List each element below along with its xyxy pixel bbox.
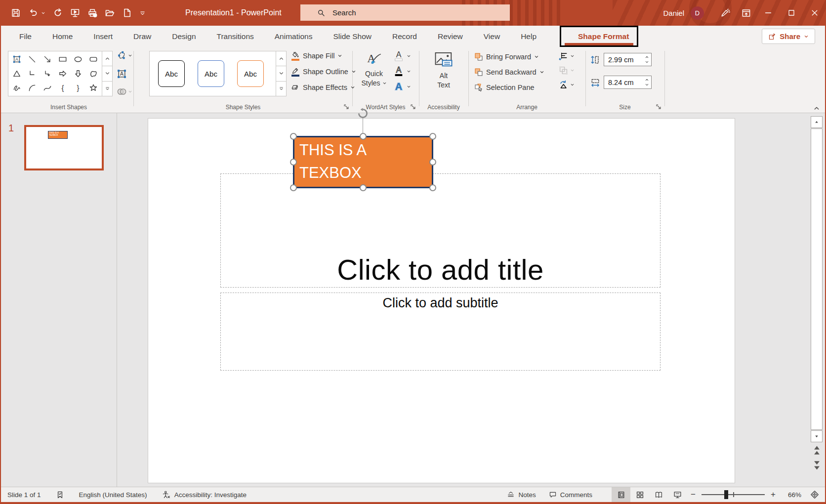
elbow-connector-icon[interactable] xyxy=(24,66,40,81)
resize-handle-s[interactable] xyxy=(360,184,367,191)
title-placeholder[interactable]: Click to add title xyxy=(220,173,661,288)
rotate-button[interactable] xyxy=(559,80,575,89)
tab-home[interactable]: Home xyxy=(42,26,83,47)
edit-shape-button[interactable] xyxy=(117,50,132,61)
style-preset-1[interactable]: Abc xyxy=(158,60,185,87)
wordart-styles-dialog-launcher[interactable] xyxy=(410,103,416,110)
reading-view-button[interactable] xyxy=(649,487,668,503)
slide[interactable]: Click to add title Click to add subtitle… xyxy=(148,119,735,483)
right-brace-icon[interactable]: } xyxy=(71,81,86,95)
right-arrow-icon[interactable] xyxy=(55,66,70,81)
comments-button[interactable]: Comments xyxy=(542,487,599,503)
fit-slide-button[interactable] xyxy=(806,487,823,503)
zoom-slider-thumb[interactable] xyxy=(724,490,728,499)
accessibility-status[interactable]: Accessibility: Investigate xyxy=(162,491,247,499)
text-fill-button[interactable]: A xyxy=(393,49,411,62)
group-objects-button[interactable] xyxy=(559,66,575,75)
height-increase[interactable] xyxy=(645,55,649,59)
isosceles-triangle-icon[interactable] xyxy=(9,66,24,81)
zoom-slider[interactable] xyxy=(702,494,765,495)
tab-insert[interactable]: Insert xyxy=(83,26,123,47)
scrollbar-thumb[interactable] xyxy=(811,128,823,430)
scroll-down-button[interactable] xyxy=(811,430,823,442)
tab-record[interactable]: Record xyxy=(382,26,427,47)
gallery-more-button[interactable] xyxy=(102,81,112,96)
tab-slide-show[interactable]: Slide Show xyxy=(323,26,382,47)
ribbon-display-options-button[interactable] xyxy=(736,0,756,26)
resize-handle-n[interactable] xyxy=(360,133,367,140)
resize-handle-se[interactable] xyxy=(429,184,436,191)
height-decrease[interactable] xyxy=(645,60,649,64)
text-box-button[interactable]: A xyxy=(117,69,132,79)
size-dialog-launcher[interactable] xyxy=(655,103,662,110)
rotation-handle[interactable] xyxy=(357,108,369,119)
resize-handle-nw[interactable] xyxy=(290,133,297,140)
gallery-down-button[interactable] xyxy=(102,66,112,81)
slideshow-view-button[interactable] xyxy=(668,487,687,503)
arc-icon[interactable] xyxy=(24,81,40,95)
tab-shape-format[interactable]: Shape Format xyxy=(570,32,637,41)
selection-pane-button[interactable]: Selection Pane xyxy=(474,82,544,93)
resize-handle-e[interactable] xyxy=(429,159,436,166)
maximize-button[interactable] xyxy=(780,0,803,26)
freeform-shape-icon[interactable] xyxy=(86,66,101,81)
subtitle-placeholder[interactable]: Click to add subtitle xyxy=(220,293,661,371)
presets-up-button[interactable] xyxy=(276,51,286,66)
start-slideshow-icon[interactable] xyxy=(70,8,80,18)
scribble-icon[interactable] xyxy=(9,81,24,95)
avatar[interactable]: D xyxy=(691,6,704,20)
bring-forward-button[interactable]: Bring Forward xyxy=(474,51,544,62)
gallery-up-button[interactable] xyxy=(102,51,112,66)
tab-transitions[interactable]: Transitions xyxy=(206,26,264,47)
text-outline-button[interactable]: A xyxy=(393,65,411,78)
shape-outline-button[interactable]: Shape Outline xyxy=(290,66,356,78)
language-button[interactable]: English (United States) xyxy=(79,491,147,499)
send-backward-button[interactable]: Send Backward xyxy=(474,67,544,78)
shape-width-input[interactable]: 8.24 cm xyxy=(604,76,652,89)
previous-slide-button[interactable] xyxy=(812,445,822,456)
quick-styles-button[interactable]: A Quick Styles xyxy=(358,50,390,88)
textbox-shape[interactable]: THIS IS A TEXBOX xyxy=(293,136,433,188)
text-box-shape-icon[interactable]: A xyxy=(9,52,24,66)
tab-animations[interactable]: Animations xyxy=(264,26,323,47)
zoom-level[interactable]: 66% xyxy=(780,491,801,499)
customize-qat-icon[interactable] xyxy=(139,10,146,16)
rectangle-icon[interactable] xyxy=(55,52,70,66)
notes-button[interactable]: Notes xyxy=(500,487,542,503)
resize-handle-w[interactable] xyxy=(290,159,297,166)
align-button[interactable] xyxy=(559,51,575,61)
line-icon[interactable] xyxy=(24,52,40,66)
slide-thumbnail[interactable]: THIS IS A TEXBOX xyxy=(24,125,104,170)
resize-handle-ne[interactable] xyxy=(429,133,436,140)
tab-help[interactable]: Help xyxy=(510,26,547,47)
style-preset-2[interactable]: Abc xyxy=(198,60,224,87)
undo-icon[interactable] xyxy=(28,8,38,18)
shape-styles-dialog-launcher[interactable] xyxy=(343,103,350,110)
print-preview-icon[interactable] xyxy=(87,8,97,18)
text-effects-button[interactable]: A xyxy=(393,80,411,93)
shape-height-input[interactable]: 2.99 cm xyxy=(604,53,652,66)
tab-view[interactable]: View xyxy=(473,26,510,47)
close-button[interactable] xyxy=(803,0,826,26)
normal-view-button[interactable] xyxy=(612,487,630,503)
rounded-rectangle-icon[interactable] xyxy=(86,52,101,66)
elbow-arrow-connector-icon[interactable] xyxy=(40,66,55,81)
left-brace-icon[interactable]: { xyxy=(55,81,70,95)
scroll-up-button[interactable] xyxy=(811,116,823,128)
minimize-button[interactable] xyxy=(756,0,780,26)
curve-icon[interactable] xyxy=(40,81,55,95)
zoom-out-button[interactable]: − xyxy=(687,490,700,500)
slide-sorter-view-button[interactable] xyxy=(630,487,649,503)
oval-icon[interactable] xyxy=(71,52,86,66)
next-slide-button[interactable] xyxy=(812,460,822,470)
undo-dropdown-icon[interactable] xyxy=(41,11,45,15)
width-decrease[interactable] xyxy=(645,83,649,87)
new-file-icon[interactable] xyxy=(122,8,132,18)
arrow-icon[interactable] xyxy=(40,52,55,66)
shape-effects-button[interactable]: Shape Effects xyxy=(290,82,356,93)
star-icon[interactable] xyxy=(86,81,101,95)
resize-handle-sw[interactable] xyxy=(290,184,297,191)
save-icon[interactable] xyxy=(11,8,21,18)
tab-design[interactable]: Design xyxy=(162,26,206,47)
down-arrow-icon[interactable] xyxy=(71,66,86,81)
